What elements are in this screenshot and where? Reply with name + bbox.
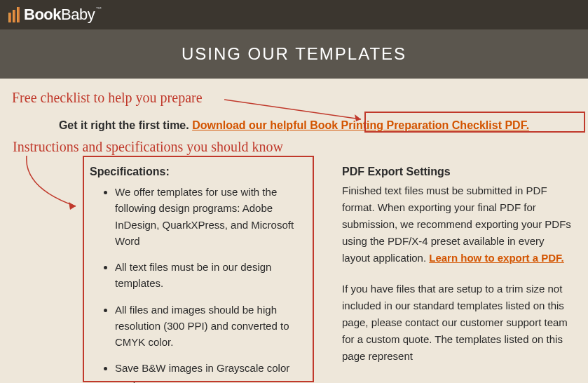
logo-icon xyxy=(8,7,20,22)
pdf-settings-section: PDF Export Settings Finished text files … xyxy=(342,166,573,383)
pdf-body-2: If you have files that are setup to a tr… xyxy=(342,281,573,365)
svg-marker-1 xyxy=(355,114,361,121)
export-pdf-link[interactable]: Learn how to export a PDF. xyxy=(429,252,564,264)
annotation-checklist: Free checklist to help you prepare xyxy=(12,90,203,106)
svg-marker-2 xyxy=(69,202,76,210)
logo[interactable]: BookBaby™ xyxy=(8,6,102,24)
arrow-curved-icon xyxy=(21,153,84,216)
intro-prefix: Get it right the first time. xyxy=(59,119,192,131)
pdf-body-1: Finished text files must be submitted in… xyxy=(342,182,573,267)
highlight-box-specs xyxy=(83,156,314,382)
top-bar: BookBaby™ xyxy=(0,0,588,29)
highlight-box-checklist xyxy=(364,112,585,133)
pdf-title: PDF Export Settings xyxy=(342,166,573,178)
arrow-icon xyxy=(224,95,371,123)
logo-text: BookBaby™ xyxy=(24,6,102,24)
banner: USING OUR TEMPLATES xyxy=(0,29,588,79)
svg-line-0 xyxy=(224,100,361,119)
banner-title: USING OUR TEMPLATES xyxy=(182,44,406,64)
